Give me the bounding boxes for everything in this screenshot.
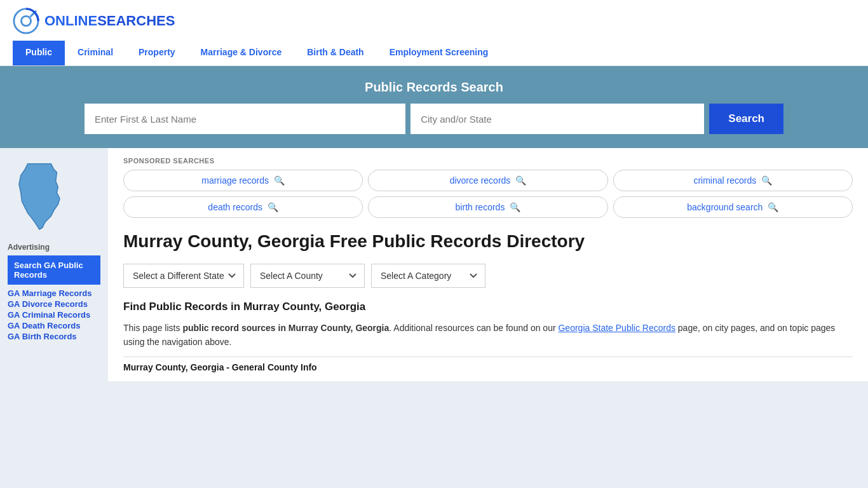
state-dropdown[interactable]: Select a Different State — [123, 264, 244, 288]
pill-search-icon-4: 🔍 — [510, 202, 520, 212]
pill-death-label: death records — [208, 202, 262, 212]
page-heading: Murray County, Georgia Free Public Recor… — [123, 231, 853, 252]
pill-search-icon-2: 🔍 — [761, 175, 772, 186]
pill-criminal-label: criminal records — [693, 175, 756, 186]
county-dropdown[interactable]: Select A County — [250, 264, 365, 288]
ad-highlighted[interactable]: Search GA Public Records — [8, 255, 100, 285]
nav-item-criminal[interactable]: Criminal — [65, 41, 126, 65]
pill-background-search[interactable]: background search 🔍 — [613, 196, 853, 218]
pill-marriage-label: marriage records — [201, 175, 269, 186]
search-button[interactable]: Search — [709, 104, 783, 134]
logo-text: ONLINESEARCHES — [44, 13, 175, 29]
nav-item-property[interactable]: Property — [126, 41, 188, 65]
pill-marriage-records[interactable]: marriage records 🔍 — [123, 170, 363, 191]
category-dropdown[interactable]: Select A Category — [371, 264, 485, 288]
sidebar-link-divorce[interactable]: GA Divorce Records — [8, 299, 100, 309]
site-header: ONLINESEARCHES Public Criminal Property … — [0, 0, 868, 66]
pill-search-icon-0: 🔍 — [274, 175, 285, 186]
nav-item-employment[interactable]: Employment Screening — [377, 41, 501, 65]
desc-part2: . Additional resources can be found on o… — [389, 323, 558, 333]
main-container: Advertising Search GA Public Records GA … — [0, 148, 868, 381]
desc-part1: This page lists — [123, 323, 182, 333]
find-heading: Find Public Records in Murray County, Ge… — [123, 301, 853, 313]
nav-item-public[interactable]: Public — [13, 41, 65, 65]
svg-point-1 — [21, 16, 31, 25]
logo[interactable]: ONLINESEARCHES — [13, 8, 175, 34]
pill-birth-label: birth records — [456, 202, 505, 212]
sponsored-label: SPONSORED SEARCHES — [123, 157, 853, 165]
pill-divorce-records[interactable]: divorce records 🔍 — [368, 170, 607, 191]
desc-link[interactable]: Georgia State Public Records — [558, 323, 675, 333]
section-title: Murray County, Georgia - General County … — [123, 356, 853, 372]
sidebar-link-birth[interactable]: GA Birth Records — [8, 332, 100, 341]
name-input[interactable] — [85, 104, 405, 134]
search-banner-title: Public Records Search — [19, 80, 849, 95]
nav-item-birth-death[interactable]: Birth & Death — [294, 41, 376, 65]
sidebar-link-criminal[interactable]: GA Criminal Records — [8, 310, 100, 320]
pill-search-icon-5: 🔍 — [768, 202, 778, 212]
desc-bold: public record sources in Murray County, … — [182, 323, 389, 333]
search-banner: Public Records Search Search — [0, 66, 868, 148]
sidebar-link-marriage[interactable]: GA Marriage Records — [8, 288, 100, 298]
pill-death-records[interactable]: death records 🔍 — [123, 196, 363, 218]
pill-search-icon-3: 🔍 — [268, 202, 278, 212]
advertising-label: Advertising — [8, 243, 100, 252]
pill-background-label: background search — [687, 202, 763, 212]
pill-criminal-records[interactable]: criminal records 🔍 — [613, 170, 853, 191]
sidebar: Advertising Search GA Public Records GA … — [0, 148, 108, 381]
pill-search-icon-1: 🔍 — [515, 175, 526, 186]
georgia-map-svg — [8, 161, 71, 231]
sidebar-link-death[interactable]: GA Death Records — [8, 321, 100, 330]
georgia-map — [8, 161, 100, 233]
nav-item-marriage-divorce[interactable]: Marriage & Divorce — [188, 41, 295, 65]
pill-divorce-label: divorce records — [450, 175, 511, 186]
sponsored-grid: marriage records 🔍 divorce records 🔍 cri… — [123, 170, 853, 218]
location-input[interactable] — [410, 104, 704, 134]
main-nav: Public Criminal Property Marriage & Divo… — [13, 41, 855, 65]
sidebar-links: GA Marriage Records GA Divorce Records G… — [8, 288, 100, 341]
header-top: ONLINESEARCHES — [13, 8, 855, 34]
description-text: This page lists public record sources in… — [123, 321, 853, 349]
pill-birth-records[interactable]: birth records 🔍 — [368, 196, 607, 218]
search-form: Search — [85, 104, 783, 134]
content-area: SPONSORED SEARCHES marriage records 🔍 di… — [108, 148, 868, 381]
dropdowns-row: Select a Different State Select A County… — [123, 264, 853, 288]
logo-icon — [13, 8, 39, 34]
